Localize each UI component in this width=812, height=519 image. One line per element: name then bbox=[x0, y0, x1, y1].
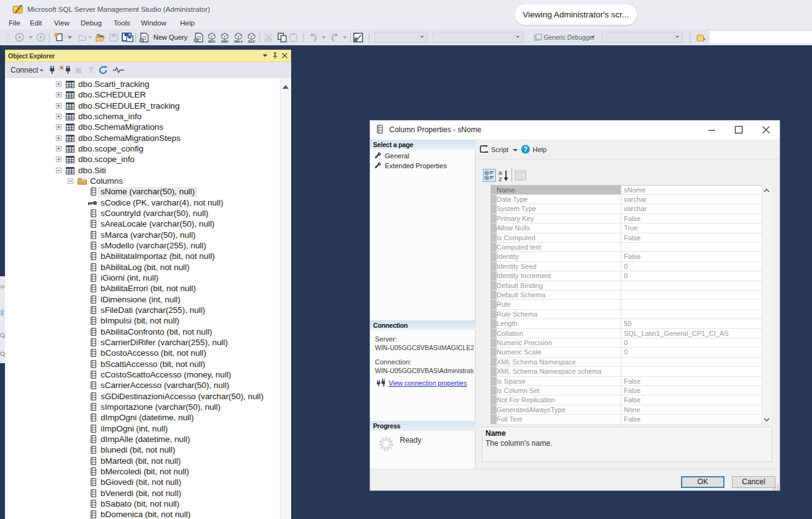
svg-text:?: ? bbox=[523, 146, 527, 153]
svg-text:XMLA: XMLA bbox=[234, 40, 243, 43]
svg-text:DAX: DAX bbox=[248, 40, 255, 43]
svg-text:MDX: MDX bbox=[208, 40, 215, 43]
svg-text:DMX: DMX bbox=[221, 40, 228, 43]
svg-text:A: A bbox=[498, 169, 503, 176]
svg-text:Z: Z bbox=[498, 176, 502, 182]
